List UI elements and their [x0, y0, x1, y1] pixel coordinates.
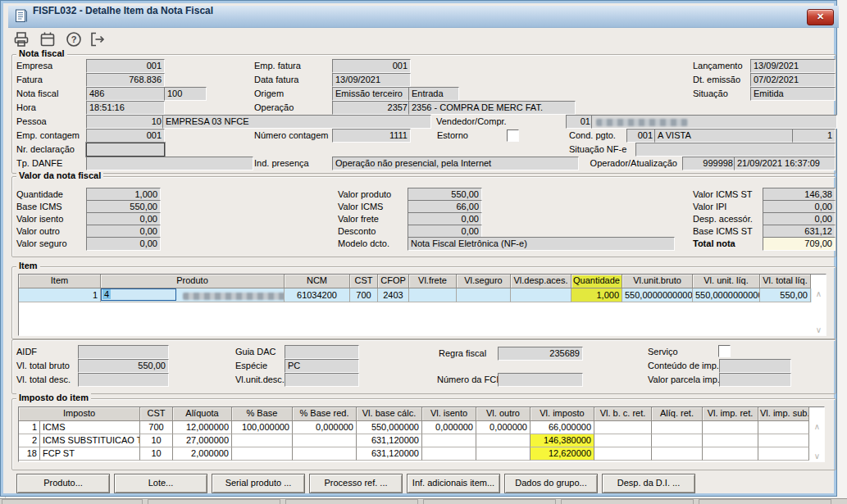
dt-emissao-field[interactable]: 07/02/2021 [750, 73, 836, 87]
imposto-col-header[interactable]: Vl. base cálc. [357, 407, 422, 421]
imposto-cell-vl-base-calc[interactable]: 550,000000 [357, 421, 422, 434]
imposto-cell-aliq-ret[interactable] [652, 447, 703, 461]
imposto-cell-p-base[interactable] [232, 434, 293, 447]
imposto-col-header[interactable]: Vl. imp. sub. [758, 407, 809, 421]
imposto-cell-vl-bc-ret[interactable] [594, 421, 652, 434]
imposto-col-header[interactable]: Vl. outro [476, 407, 531, 421]
imposto-cell-vl-bc-ret[interactable] [594, 434, 652, 447]
emp-fatura-field[interactable]: 001 [332, 59, 411, 73]
estorno-checkbox[interactable] [507, 129, 519, 142]
modelo-dcto-field[interactable]: Nota Fiscal Eletrônica (NF-e) [408, 237, 675, 251]
operacao-codigo-field[interactable]: 2357 [332, 101, 411, 115]
imposto-cell-p-base-red[interactable] [293, 447, 357, 461]
regra-fiscal-field[interactable]: 235689 [498, 347, 583, 361]
imposto-col-header[interactable]: % Base [232, 407, 293, 421]
imposto-cell-num[interactable]: 1 [19, 421, 40, 434]
produto-edit-cell[interactable]: 4 [101, 288, 176, 301]
situacao-field[interactable]: Emitida [750, 87, 836, 101]
cond-pgto-descricao-field[interactable]: A VISTA [654, 129, 794, 143]
imposto-cell-p-base[interactable] [232, 447, 293, 461]
imposto-cell-vl-imp-ret[interactable] [703, 421, 758, 434]
scroll-down-icon[interactable]: ∨ [812, 325, 826, 334]
item-col-header[interactable]: Item [19, 275, 101, 288]
item-col-header[interactable]: Produto [101, 275, 285, 288]
scroll-up-icon[interactable]: ∧ [812, 289, 826, 298]
imposto-cell-vl-isento[interactable]: 0,000000 [422, 421, 476, 434]
especie-field[interactable]: PC [285, 359, 359, 373]
imposto-col-header[interactable]: Alíquota [173, 407, 232, 421]
processo-ref-button[interactable]: Processo ref. ... [309, 474, 403, 493]
vendedor-codigo-field[interactable]: 01 [566, 115, 594, 129]
numero-fci-field[interactable] [498, 373, 583, 387]
imposto-col-header[interactable]: CST [140, 407, 173, 421]
vl-total-bruto-field[interactable]: 550,00 [78, 359, 169, 373]
calendar-button[interactable] [38, 30, 57, 49]
empresa-field[interactable]: 001 [86, 59, 165, 73]
item-col-header[interactable]: Vl.desp.aces. [511, 275, 571, 288]
imposto-cell-vl-bc-ret[interactable] [594, 447, 652, 461]
numero-contagem-field[interactable]: 1111 [332, 129, 411, 143]
item-col-header[interactable]: NCM [285, 275, 350, 288]
guia-dac-field[interactable] [285, 345, 359, 359]
item-col-header[interactable]: Vl. unit. líq. [693, 275, 760, 288]
close-button[interactable]: ✕ [807, 9, 834, 25]
imposto-cell-p-base[interactable]: 100,000000 [232, 421, 293, 434]
item-col-header[interactable]: Vl.frete [409, 275, 457, 288]
item-cell-vl-unit-liq[interactable]: 550,0000000000 [693, 288, 760, 302]
imposto-cell-vl-outro[interactable]: 0,000000 [476, 421, 531, 434]
help-button[interactable]: ? [64, 30, 84, 49]
imposto-cell-nome[interactable]: ICMS [40, 421, 140, 434]
pessoa-nome-field[interactable]: EMPRESA 03 NFCE [162, 115, 431, 129]
data-fatura-field[interactable]: 13/09/2021 [332, 73, 411, 87]
imposto-cell-vl-imposto[interactable]: 12,620000 [531, 447, 594, 461]
total-nota-field[interactable]: 709,00 [763, 237, 836, 251]
servico-checkbox[interactable] [718, 345, 731, 357]
nota-fiscal-serie-field[interactable]: 100 [164, 87, 207, 101]
situacao-nfe-field[interactable] [635, 143, 836, 157]
imposto-cell-cst[interactable]: 700 [140, 421, 173, 434]
item-cell-vl-desp-aces[interactable] [511, 288, 571, 302]
nota-fiscal-numero-field[interactable]: 486 [86, 87, 165, 101]
item-cell-vl-frete[interactable] [409, 288, 457, 302]
origem-tipo-field[interactable]: Entrada [408, 87, 459, 101]
imposto-cell-vl-isento[interactable] [422, 447, 476, 461]
imposto-cell-vl-outro[interactable] [476, 447, 531, 461]
item-col-header[interactable]: Vl. total líq. [760, 275, 811, 288]
operacao-descricao-field[interactable]: 2356 - COMPRA DE MERC FAT. [408, 101, 576, 115]
imposto-cell-cst[interactable]: 10 [140, 434, 173, 447]
pessoa-codigo-field[interactable]: 10 [86, 115, 165, 129]
produto-button[interactable]: Produto... [16, 474, 110, 493]
imposto-cell-num[interactable]: 2 [19, 434, 40, 447]
valor-seguro-field[interactable]: 0,00 [86, 237, 161, 251]
imposto-cell-vl-base-calc[interactable]: 631,120000 [357, 447, 422, 461]
item-row[interactable]: 1 4 61034200 700 2403 1,000 550,00000000… [19, 288, 826, 302]
exit-button[interactable] [87, 30, 107, 49]
item-col-header[interactable]: Vl.unit.bruto [622, 275, 693, 288]
scroll-up-icon[interactable]: ∧ [810, 422, 824, 431]
imposto-cell-vl-imp-sub[interactable] [758, 434, 809, 447]
conteudo-imp-field[interactable] [719, 359, 791, 373]
hora-field[interactable]: 18:51:16 [86, 101, 165, 115]
imposto-cell-vl-imposto[interactable]: 146,380000 [531, 434, 594, 447]
imposto-cell-vl-outro[interactable] [476, 434, 531, 447]
imposto-cell-num[interactable]: 18 [19, 447, 40, 461]
imposto-cell-aliquota[interactable]: 2,000000 [173, 447, 232, 461]
lote-button[interactable]: Lote... [114, 474, 207, 493]
vl-total-desc-field[interactable] [78, 373, 169, 387]
cond-pgto-parcelas-field[interactable]: 1 [792, 129, 836, 143]
imposto-cell-vl-imp-sub[interactable] [758, 421, 809, 434]
imposto-cell-aliq-ret[interactable] [652, 434, 703, 447]
imposto-cell-nome[interactable]: ICMS SUBSTITUICAO TRIE [40, 434, 140, 447]
imposto-cell-cst[interactable]: 10 [140, 447, 173, 461]
scroll-down-icon[interactable]: ∨ [810, 452, 824, 461]
imposto-cell-aliq-ret[interactable] [652, 421, 703, 434]
serial-produto-button[interactable]: Serial produto ... [212, 474, 305, 493]
imposto-cell-nome[interactable]: FCP ST [40, 447, 140, 461]
nr-declaracao-field[interactable] [86, 143, 165, 157]
item-col-header[interactable]: CST [350, 275, 378, 288]
item-col-header[interactable]: Vl.seguro [457, 275, 511, 288]
aidf-field[interactable] [78, 345, 169, 359]
imposto-col-header[interactable]: % Base red. [293, 407, 357, 421]
imposto-cell-vl-isento[interactable] [422, 434, 476, 447]
imposto-col-header[interactable]: Imposto [19, 407, 140, 421]
